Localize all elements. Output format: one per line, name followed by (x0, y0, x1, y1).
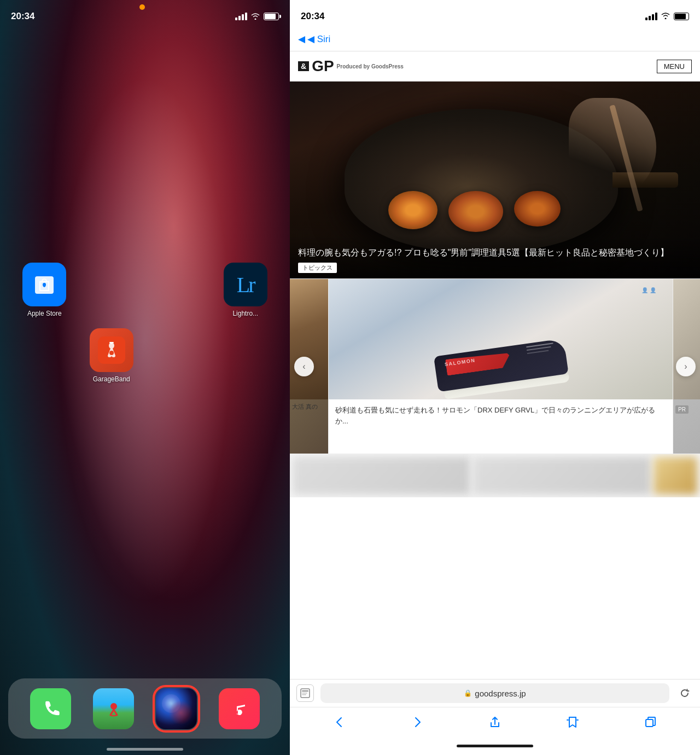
app-icon-wrapper-empty-5 (218, 328, 274, 383)
chevron-left-icon: ◀ (298, 33, 305, 45)
left-partial-label: 大活 真の (292, 403, 318, 410)
battery-icon-left (264, 13, 279, 20)
home-bar-right (457, 745, 533, 747)
ad-item-1 (293, 457, 470, 495)
music-dock-icon[interactable] (219, 688, 260, 729)
app-icon-wrapper-apple-store[interactable]: Apple Store (16, 263, 73, 317)
left-iphone-panel: 20:34 (0, 0, 290, 755)
share-button[interactable] (483, 710, 507, 734)
apple-store-label: Apple Store (27, 310, 62, 317)
food-2 (448, 191, 503, 232)
right-partial-img (673, 279, 700, 399)
app-icon-wrapper-empty-2 (150, 263, 207, 317)
signal-bars-right (645, 13, 657, 20)
phone-dock-icon[interactable] (30, 688, 71, 729)
thumb-main[interactable]: 👤 👤 SALOMON (328, 279, 673, 454)
dock-phone-wrapper[interactable] (30, 688, 71, 729)
nav-back-siri[interactable]: ◀ ◀ Siri (298, 33, 330, 45)
app-icon-wrapper-empty-4 (150, 328, 207, 383)
notification-dot (139, 4, 145, 10)
sig-bar-3 (652, 14, 654, 20)
hero-tag: トピックス (298, 263, 337, 273)
nav-bar-right: ◀ ◀ Siri (290, 27, 700, 51)
sig-bar-4 (655, 13, 657, 20)
status-icons-right-left (235, 12, 279, 21)
status-bar-left: 20:34 (0, 0, 290, 27)
status-icons-right-panel (645, 11, 689, 21)
thumb-left-partial-img (290, 279, 328, 399)
wifi-icon-right (661, 11, 670, 21)
hero-section: 料理の腕も気分もアガる!? プロも唸る"男前"調理道具5選【最新ヒット良品と秘密… (290, 82, 700, 278)
left-partial-text: 大活 真の (290, 399, 328, 414)
hero-caption: 料理の腕も気分もアガる!? プロも唸る"男前"調理道具5選【最新ヒット良品と秘密… (290, 235, 700, 278)
sig-bar-2 (649, 16, 651, 20)
signal-bar-1 (235, 18, 237, 20)
lightroom-icon[interactable]: Lr (224, 263, 267, 306)
lightroom-label: Lightro... (232, 310, 258, 317)
home-indicator-right (290, 736, 700, 755)
chevron-right-thumb-icon: › (684, 362, 687, 371)
brand-gp: GP (312, 57, 334, 75)
svg-rect-9 (302, 690, 308, 692)
article1-text: 砂利道も石畳も気にせず走れる！サロモン「DRX DEFY GRVL」で日々のラン… (335, 405, 666, 426)
maps-dock-icon[interactable] (93, 688, 134, 729)
website-header: & GP Produced by GoodsPress MENU (290, 51, 700, 82)
hero-image: 料理の腕も気分もアガる!? プロも唸る"男前"調理道具5選【最新ヒット良品と秘密… (290, 82, 700, 278)
sig-bar-1 (645, 18, 648, 20)
signal-bar-4 (245, 13, 247, 20)
svg-point-3 (109, 351, 114, 355)
nav-buttons (290, 707, 700, 736)
signal-bar-3 (242, 14, 244, 20)
url-text: goodspress.jp (475, 689, 526, 698)
battery-fill-right (675, 14, 686, 19)
thumbnails-row: ‹ 大活 真の 👤 👤 (290, 278, 700, 454)
ad-section (290, 454, 700, 497)
status-time-right: 20:34 (301, 11, 324, 22)
forward-button[interactable] (405, 710, 429, 734)
lock-icon: 🔒 (464, 689, 472, 697)
svg-rect-11 (302, 694, 306, 695)
app-icon-wrapper-lightroom[interactable]: Lr Lightro... (218, 263, 274, 317)
app-icons-grid: Apple Store Lr Lightro... (11, 263, 279, 383)
bookmarks-button[interactable] (561, 710, 585, 734)
right-partial-caption: PR (673, 399, 700, 417)
right-safari-panel: 20:34 ◀ ◀ Siri (290, 0, 700, 755)
safari-bottom-bar: 🔒 goodspress.jp (290, 679, 700, 755)
svg-rect-12 (646, 719, 653, 727)
url-field[interactable]: 🔒 goodspress.jp (320, 683, 669, 703)
bg-runners: 👤 👤 (641, 287, 656, 293)
page-icon[interactable] (296, 684, 314, 702)
back-button[interactable] (328, 710, 352, 734)
home-screen: Apple Store Lr Lightro... (0, 0, 290, 755)
brand-subtitle: Produced by GoodsPress (337, 63, 404, 69)
status-bar-right: 20:34 (290, 0, 700, 27)
dock (8, 678, 282, 739)
chevron-left-thumb-icon: ‹ (302, 362, 305, 371)
thumb-main-img: 👤 👤 SALOMON (329, 279, 673, 399)
hero-title: 料理の腕も気分もアガる!? プロも唸る"男前"調理道具5選【最新ヒット良品と秘密… (298, 246, 692, 259)
brand-logo: & GP Produced by GoodsPress (298, 57, 404, 75)
app-icon-wrapper-garageband[interactable]: GarageBand (84, 328, 140, 383)
menu-button[interactable]: MENU (657, 60, 692, 73)
nav-back-label: ◀ Siri (307, 33, 330, 45)
dock-music-wrapper[interactable] (219, 688, 260, 729)
tabs-button[interactable] (638, 710, 662, 734)
shoe-laces (526, 342, 554, 354)
battery-icon-right (674, 13, 689, 20)
wifi-icon-left (250, 12, 260, 21)
lace-3 (527, 350, 549, 355)
thumb-nav-right-button[interactable]: › (676, 357, 696, 376)
garageband-label: GarageBand (93, 375, 130, 383)
pan-container (334, 98, 673, 235)
ad-item-right (654, 457, 697, 495)
dock-siri-wrapper[interactable] (156, 688, 197, 729)
signal-bars-left (235, 13, 247, 20)
thumb-nav-left-button[interactable]: ‹ (294, 357, 314, 376)
dock-maps-wrapper[interactable] (93, 688, 134, 729)
siri-highlight-border (153, 685, 200, 733)
garageband-icon[interactable] (90, 328, 133, 372)
apple-store-icon[interactable] (22, 263, 66, 306)
pr-badge: PR (675, 405, 689, 414)
signal-bar-2 (238, 16, 241, 20)
reload-button[interactable] (676, 684, 693, 702)
